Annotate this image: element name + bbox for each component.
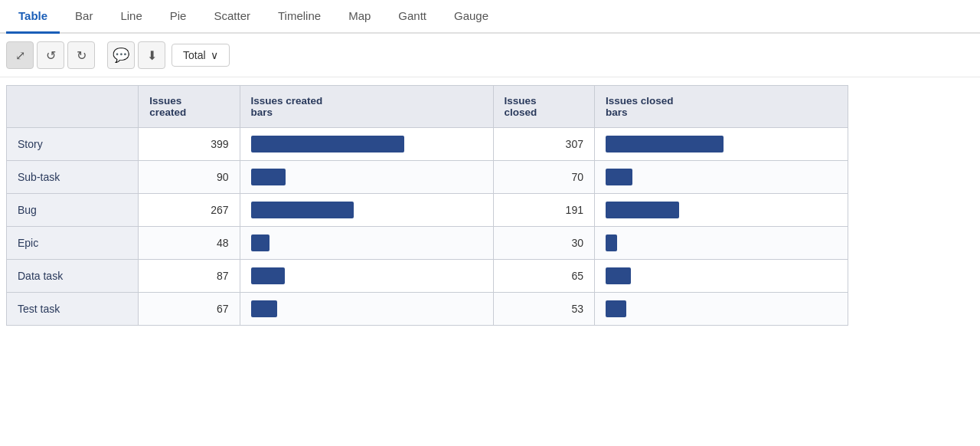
issues-created-bar-cell xyxy=(240,161,493,194)
issues-closed-bar-cell xyxy=(594,128,848,161)
tab-gauge[interactable]: Gauge xyxy=(442,0,501,34)
issues-created-value: 267 xyxy=(139,194,240,227)
row-label-cell: Test task xyxy=(7,293,139,326)
tab-bar: TableBarLinePieScatterTimelineMapGanttGa… xyxy=(0,0,980,34)
issues-created-bar-cell xyxy=(240,260,493,293)
tab-line[interactable]: Line xyxy=(108,0,154,34)
table-row: Test task6753 xyxy=(7,293,848,326)
issues-closed-bar xyxy=(606,234,617,251)
download-button[interactable]: ⬇ xyxy=(138,41,165,69)
table-row: Data task8765 xyxy=(7,260,848,293)
expand-button[interactable]: ⤢ xyxy=(6,41,34,69)
issues-created-bar xyxy=(251,169,286,185)
col-header-issues-closed-bars: Issues closedbars xyxy=(594,86,848,128)
col-header-issues-created-bars: Issues createdbars xyxy=(240,86,493,128)
issues-closed-bar xyxy=(606,136,724,152)
issues-closed-bar-cell xyxy=(594,227,848,260)
tab-scatter[interactable]: Scatter xyxy=(201,0,263,34)
row-label-cell: Sub-task xyxy=(7,161,139,194)
issues-created-bar xyxy=(251,234,270,251)
issues-closed-bar xyxy=(606,267,631,284)
data-table: Issuescreated Issues createdbars Issuesc… xyxy=(6,85,848,326)
total-dropdown[interactable]: Total ∨ xyxy=(172,44,230,67)
expand-icon: ⤢ xyxy=(15,48,25,63)
chevron-down-icon: ∨ xyxy=(211,49,218,61)
row-label-cell: Bug xyxy=(7,194,139,227)
issues-closed-bar xyxy=(606,300,626,317)
issues-closed-value: 307 xyxy=(493,128,594,161)
total-dropdown-label: Total xyxy=(183,49,206,61)
table-row: Story399307 xyxy=(7,128,848,161)
tab-timeline[interactable]: Timeline xyxy=(266,0,333,34)
issues-created-value: 87 xyxy=(139,260,240,293)
issues-created-bar-cell xyxy=(240,194,493,227)
table-header-row: Issuescreated Issues createdbars Issuesc… xyxy=(7,86,848,128)
table-row: Bug267191 xyxy=(7,194,848,227)
row-label-cell: Story xyxy=(7,128,139,161)
issues-created-bar-cell xyxy=(240,227,493,260)
issues-closed-value: 70 xyxy=(493,161,594,194)
issues-closed-bar-cell xyxy=(594,293,848,326)
col-header-issues-created: Issuescreated xyxy=(139,86,240,128)
issues-created-bar xyxy=(251,267,285,284)
issues-created-value: 67 xyxy=(139,293,240,326)
redo-icon: ↻ xyxy=(77,48,87,63)
issues-created-bar-cell xyxy=(240,293,493,326)
col-header-label xyxy=(7,86,139,128)
issues-closed-bar xyxy=(606,169,632,185)
issues-created-value: 90 xyxy=(139,161,240,194)
tab-pie[interactable]: Pie xyxy=(158,0,199,34)
issues-closed-value: 191 xyxy=(493,194,594,227)
undo-button[interactable]: ↺ xyxy=(37,41,64,69)
issues-created-bar xyxy=(251,202,354,218)
tab-map[interactable]: Map xyxy=(336,0,383,34)
issues-closed-bar xyxy=(606,202,679,218)
issues-closed-value: 53 xyxy=(493,293,594,326)
tab-bar[interactable]: Bar xyxy=(63,0,105,34)
comment-icon: 💬 xyxy=(113,47,129,64)
row-label-cell: Epic xyxy=(7,227,139,260)
table-container: Issuescreated Issues createdbars Issuesc… xyxy=(0,77,980,333)
comment-button[interactable]: 💬 xyxy=(107,41,135,69)
issues-created-value: 48 xyxy=(139,227,240,260)
col-header-issues-closed: Issuesclosed xyxy=(493,86,594,128)
issues-closed-bar-cell xyxy=(594,161,848,194)
issues-closed-bar-cell xyxy=(594,260,848,293)
download-icon: ⬇ xyxy=(147,48,157,63)
issues-created-bar xyxy=(251,136,404,152)
table-row: Epic4830 xyxy=(7,227,848,260)
redo-button[interactable]: ↻ xyxy=(67,41,95,69)
issues-closed-value: 30 xyxy=(493,227,594,260)
tab-table[interactable]: Table xyxy=(6,0,60,34)
tab-gantt[interactable]: Gantt xyxy=(386,0,439,34)
issues-created-value: 399 xyxy=(139,128,240,161)
issues-closed-value: 65 xyxy=(493,260,594,293)
issues-created-bar xyxy=(251,300,277,317)
toolbar: ⤢ ↺ ↻ 💬 ⬇ Total ∨ xyxy=(0,34,980,77)
row-label-cell: Data task xyxy=(7,260,139,293)
undo-icon: ↺ xyxy=(46,48,56,63)
issues-closed-bar-cell xyxy=(594,194,848,227)
issues-created-bar-cell xyxy=(240,128,493,161)
table-row: Sub-task9070 xyxy=(7,161,848,194)
